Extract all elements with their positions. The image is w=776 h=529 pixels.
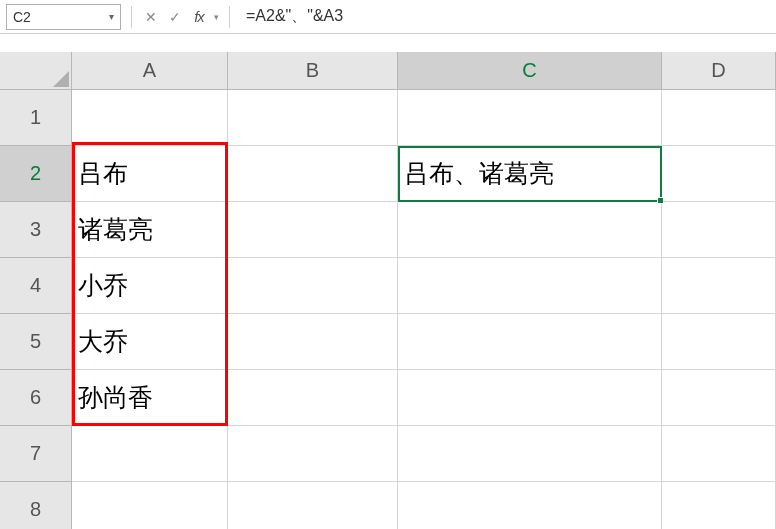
name-box-value: C2: [13, 9, 31, 25]
row-header-4[interactable]: 4: [0, 258, 72, 314]
row-header-2[interactable]: 2: [0, 146, 72, 202]
cell-c3[interactable]: [398, 202, 662, 258]
fx-icon[interactable]: fx: [190, 8, 208, 25]
cell-b1[interactable]: [228, 90, 398, 146]
row-header-1[interactable]: 1: [0, 90, 72, 146]
column-header-a[interactable]: A: [72, 52, 228, 90]
select-all-corner[interactable]: [0, 52, 72, 90]
cell-c5[interactable]: [398, 314, 662, 370]
cell-c8[interactable]: [398, 482, 662, 529]
cell-d4[interactable]: [662, 258, 776, 314]
cell-d8[interactable]: [662, 482, 776, 529]
cell-a8[interactable]: [72, 482, 228, 529]
cell-d7[interactable]: [662, 426, 776, 482]
cell-d3[interactable]: [662, 202, 776, 258]
cell-a7[interactable]: [72, 426, 228, 482]
column-header-b[interactable]: B: [228, 52, 398, 90]
cell-grid: 吕布 吕布、诸葛亮 诸葛亮 小乔 大乔 孙尚香: [72, 90, 776, 529]
cell-a3[interactable]: 诸葛亮: [72, 202, 228, 258]
divider: [131, 6, 132, 28]
accept-icon[interactable]: ✓: [166, 9, 184, 25]
cell-a6[interactable]: 孙尚香: [72, 370, 228, 426]
name-box[interactable]: C2 ▾: [6, 4, 121, 30]
formula-input[interactable]: [240, 5, 770, 29]
chevron-down-icon: ▾: [109, 11, 114, 22]
cell-a4[interactable]: 小乔: [72, 258, 228, 314]
cell-b2[interactable]: [228, 146, 398, 202]
cell-c1[interactable]: [398, 90, 662, 146]
column-header-c[interactable]: C: [398, 52, 662, 90]
cell-b3[interactable]: [228, 202, 398, 258]
cell-d1[interactable]: [662, 90, 776, 146]
cell-c6[interactable]: [398, 370, 662, 426]
row-header-3[interactable]: 3: [0, 202, 72, 258]
cancel-icon[interactable]: ✕: [142, 9, 160, 25]
cell-b8[interactable]: [228, 482, 398, 529]
chevron-down-icon: ▾: [214, 12, 219, 22]
cell-b6[interactable]: [228, 370, 398, 426]
svg-marker-0: [53, 71, 69, 87]
cell-c7[interactable]: [398, 426, 662, 482]
row-headers: 1 2 3 4 5 6 7 8: [0, 90, 72, 529]
divider: [229, 6, 230, 28]
cell-c2[interactable]: 吕布、诸葛亮: [398, 146, 662, 202]
cell-b7[interactable]: [228, 426, 398, 482]
row-header-7[interactable]: 7: [0, 426, 72, 482]
cell-d5[interactable]: [662, 314, 776, 370]
cell-b4[interactable]: [228, 258, 398, 314]
formula-bar: C2 ▾ ✕ ✓ fx ▾: [0, 0, 776, 34]
row-header-5[interactable]: 5: [0, 314, 72, 370]
cell-c4[interactable]: [398, 258, 662, 314]
cell-a5[interactable]: 大乔: [72, 314, 228, 370]
cell-a1[interactable]: [72, 90, 228, 146]
column-headers: A B C D: [72, 52, 776, 90]
cell-d2[interactable]: [662, 146, 776, 202]
row-header-8[interactable]: 8: [0, 482, 72, 529]
formula-controls: ✕ ✓ fx ▾: [142, 8, 219, 25]
column-header-d[interactable]: D: [662, 52, 776, 90]
cell-d6[interactable]: [662, 370, 776, 426]
cell-b5[interactable]: [228, 314, 398, 370]
row-header-6[interactable]: 6: [0, 370, 72, 426]
cell-a2[interactable]: 吕布: [72, 146, 228, 202]
